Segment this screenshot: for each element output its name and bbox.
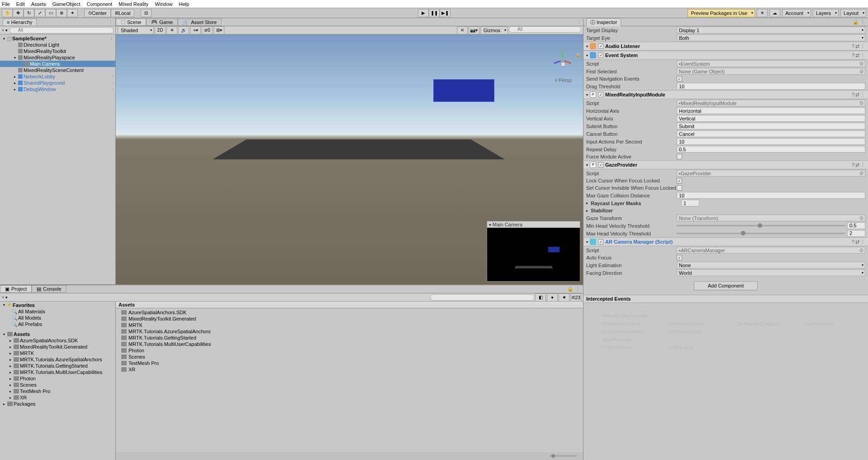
lock-cursor-checkbox[interactable]: ✓	[677, 178, 682, 183]
layers-dropdown[interactable]: Layers	[813, 9, 839, 17]
v-axis-field[interactable]: Vertical	[677, 115, 865, 122]
scene-viewport[interactable]: 🔒 ≡ Persp ▾ Main Camera	[116, 34, 583, 284]
input-module-header[interactable]: ▾#✓ MixedRealityInputModule ?⇄⋮	[583, 90, 868, 99]
asset-folder[interactable]: ▸ MRTK.Tutorials.GettingStarted	[0, 363, 115, 369]
hierarchy-item[interactable]: ▸ SharedPlayground›	[0, 80, 115, 86]
gaze-transform-field[interactable]: None (Transform)	[677, 215, 865, 221]
audio-listener-header[interactable]: ▾✓ Audio Listener ?⇄⋮	[583, 42, 868, 51]
preset-icon[interactable]: ⇄	[855, 162, 859, 168]
menu-assets[interactable]: Assets	[31, 1, 46, 7]
packages-root[interactable]: ▸ Packages	[0, 401, 115, 407]
menu-file[interactable]: File	[2, 1, 10, 7]
preset-icon[interactable]: ⇄	[855, 53, 859, 58]
asset-item[interactable]: Photon	[116, 347, 583, 354]
rotate-tool[interactable]: ↻	[24, 9, 34, 17]
game-tab[interactable]: 🎮 Game	[146, 19, 178, 26]
grid-toggle[interactable]: ⊞▾	[213, 26, 224, 34]
project-tab[interactable]: ▣ Project	[0, 285, 32, 292]
preset-icon[interactable]: ⇄	[855, 43, 859, 49]
2d-toggle[interactable]: 2D	[155, 26, 166, 34]
hidden-toggle[interactable]: ⊘0	[202, 26, 213, 34]
force-active-checkbox[interactable]	[677, 154, 682, 159]
scene-search[interactable]	[509, 26, 581, 33]
asset-item[interactable]: AzureSpatialAnchors.SDK	[116, 309, 583, 316]
project-search[interactable]	[430, 294, 534, 301]
transform-tool[interactable]: ⊕	[56, 9, 67, 17]
fx-toggle[interactable]: ⋄▾	[190, 26, 201, 34]
hidden-packages-icon[interactable]: ⊘23	[570, 293, 581, 302]
project-menu-icon[interactable]: ⋮	[575, 286, 580, 292]
cloud-icon[interactable]: ☁	[769, 9, 780, 17]
shading-mode[interactable]: Shaded	[118, 26, 154, 34]
asset-folder[interactable]: ▸ MRTK.Tutorials.AzureSpatialAnchors	[0, 356, 115, 363]
add-component-button[interactable]: Add Component	[694, 281, 758, 290]
help-icon[interactable]: ?	[852, 239, 854, 245]
scale-tool[interactable]: ⤢	[34, 9, 45, 17]
handle-toggle[interactable]: ⊞ Local	[111, 9, 134, 17]
asset-folder[interactable]: ▸ AzureSpatialAnchors.SDK	[0, 337, 115, 344]
menu-gameobject[interactable]: GameObject	[52, 1, 81, 7]
pivot-toggle[interactable]: ⊙ Center	[84, 9, 111, 17]
auto-focus-checkbox[interactable]: ✓	[677, 255, 682, 260]
hand-tool[interactable]: ✋	[2, 9, 13, 17]
asset-folder[interactable]: ▸ MixedRealityToolkit.Generated	[0, 344, 115, 350]
play-button[interactable]: ▶	[418, 9, 429, 17]
lock-icon[interactable]: 🔒	[575, 53, 580, 57]
ar-camera-enable[interactable]: ✓	[598, 239, 603, 244]
stabilizer-foldout[interactable]: Stabilizer	[591, 208, 681, 213]
audio-toggle[interactable]: 🔊	[178, 26, 189, 34]
hierarchy-item[interactable]: Directional Light	[0, 42, 115, 48]
raycast-foldout[interactable]: Raycast Layer Masks	[591, 201, 681, 206]
asset-item[interactable]: MixedRealityToolkit.Generated	[116, 316, 583, 322]
menu-window[interactable]: Window	[155, 1, 172, 7]
gizmos-dropdown[interactable]: Gizmos	[480, 26, 508, 34]
target-display-dropdown[interactable]: Display 1	[677, 27, 865, 34]
step-button[interactable]: ▶❚	[440, 9, 451, 17]
hierarchy-item[interactable]: ▾ MixedRealityPlayspace	[0, 54, 115, 61]
target-eye-dropdown[interactable]: Both	[677, 34, 865, 41]
save-search-star-icon[interactable]: ★	[559, 293, 569, 302]
context-menu-icon[interactable]: ⋮	[860, 239, 865, 245]
scene-tab[interactable]: ⬚ Scene	[116, 19, 146, 26]
asset-folder[interactable]: ▸ TextMesh Pro	[0, 388, 115, 394]
account-dropdown[interactable]: Account	[782, 9, 811, 17]
gaze-enable[interactable]: ✓	[598, 162, 603, 168]
console-tab[interactable]: ▤ Console	[32, 285, 66, 292]
event-system-header[interactable]: ▾✓ Event System ?⇄⋮	[583, 51, 868, 60]
asset-folder[interactable]: ▸ Photon	[0, 375, 115, 382]
camera-icon[interactable]: 📷▾	[469, 26, 479, 34]
menu-mixed-reality[interactable]: Mixed Reality	[119, 1, 148, 7]
thumbnail-size-slider[interactable]	[550, 455, 577, 457]
max-gaze-field[interactable]: 10	[677, 192, 865, 199]
favorite-item[interactable]: 🔍 All Materials	[0, 308, 115, 315]
assets-root[interactable]: ▾ Assets	[0, 331, 115, 337]
inspector-menu-icon[interactable]: ⋮	[860, 19, 865, 24]
menu-component[interactable]: Component	[86, 1, 112, 7]
facing-dropdown[interactable]: World	[677, 269, 865, 276]
project-create-icon[interactable]: + ▾	[2, 295, 8, 300]
inspector-tab[interactable]: ⓘ Inspector	[586, 18, 621, 26]
drag-threshold-field[interactable]: 10	[677, 83, 865, 90]
context-menu-icon[interactable]: ⋮	[860, 162, 865, 168]
send-nav-checkbox[interactable]: ✓	[677, 76, 682, 81]
hierarchy-item[interactable]: Main Camera	[0, 61, 115, 67]
asset-item[interactable]: MRTK.Tutorials.MultiUserCapabilities	[116, 341, 583, 347]
help-icon[interactable]: ?	[852, 92, 854, 98]
hierarchy-tab[interactable]: ≡ Hierarchy	[3, 19, 37, 25]
pause-button[interactable]: ❚❚	[429, 9, 440, 17]
asset-folder[interactable]: ▸ Scenes	[0, 382, 115, 388]
asset-item[interactable]: MRTK.Tutorials.AzureSpatialAnchors	[116, 328, 583, 335]
audio-listener-enable[interactable]: ✓	[598, 43, 603, 49]
hierarchy-menu-icon[interactable]: ⋮	[109, 20, 113, 24]
actions-per-sec-field[interactable]: 10	[677, 138, 865, 145]
input-module-enable[interactable]: ✓	[598, 92, 603, 97]
cancel-field[interactable]: Cancel	[677, 130, 865, 137]
asset-folder[interactable]: ▸ MRTK	[0, 350, 115, 356]
hierarchy-item[interactable]: ▸ DebugWindow›	[0, 86, 115, 92]
help-icon[interactable]: ?	[852, 53, 854, 58]
search-by-type-icon[interactable]: ◧	[535, 293, 546, 302]
preview-packages-badge[interactable]: Preview Packages in Use	[688, 9, 755, 17]
rect-tool[interactable]: ▭	[45, 9, 56, 17]
asset-item[interactable]: TextMesh Pro	[116, 360, 583, 366]
h-axis-field[interactable]: Horizontal	[677, 107, 865, 114]
